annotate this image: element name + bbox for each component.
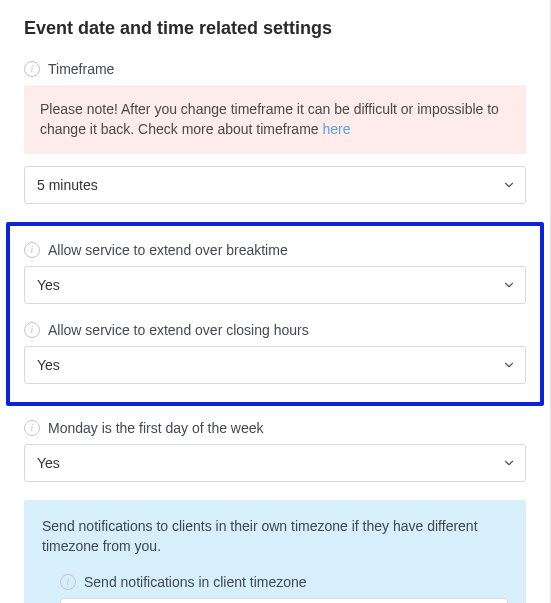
info-icon[interactable]: i — [24, 242, 40, 258]
extend-breaktime-value: Yes — [37, 277, 60, 293]
extend-breaktime-select[interactable]: Yes — [24, 266, 526, 304]
extend-closing-label-row: i Allow service to extend over closing h… — [24, 322, 526, 338]
extend-closing-select[interactable]: Yes — [24, 346, 526, 384]
monday-first-label-row: i Monday is the first day of the week — [24, 420, 526, 436]
client-timezone-label: Send notifications in client timezone — [84, 574, 307, 590]
client-timezone-label-row: i Send notifications in client timezone — [60, 574, 508, 590]
timeframe-select[interactable]: 5 minutes — [24, 166, 526, 204]
timeframe-label: Timeframe — [48, 61, 114, 77]
client-timezone-notice: Send notifications to clients in their o… — [24, 500, 526, 603]
extend-closing-label: Allow service to extend over closing hou… — [48, 322, 309, 338]
info-icon[interactable]: i — [24, 61, 40, 77]
info-icon[interactable]: i — [24, 322, 40, 338]
client-timezone-description: Send notifications to clients in their o… — [42, 516, 508, 557]
highlighted-settings: i Allow service to extend over breaktime… — [6, 222, 544, 406]
monday-first-label: Monday is the first day of the week — [48, 420, 264, 436]
timeframe-warning: Please note! After you change timeframe … — [24, 85, 526, 154]
extend-breaktime-label-row: i Allow service to extend over breaktime — [24, 242, 526, 258]
monday-first-value: Yes — [37, 455, 60, 471]
timeframe-warning-text: Please note! After you change timeframe … — [40, 101, 499, 137]
extend-breaktime-label: Allow service to extend over breaktime — [48, 242, 288, 258]
timeframe-value: 5 minutes — [37, 177, 98, 193]
section-title: Event date and time related settings — [24, 18, 526, 39]
settings-panel: Event date and time related settings i T… — [0, 0, 551, 603]
extend-closing-value: Yes — [37, 357, 60, 373]
info-icon[interactable]: i — [24, 420, 40, 436]
timeframe-label-row: i Timeframe — [24, 61, 526, 77]
monday-first-select[interactable]: Yes — [24, 444, 526, 482]
timeframe-warning-link[interactable]: here — [322, 121, 350, 137]
info-icon[interactable]: i — [60, 574, 76, 590]
client-timezone-select[interactable]: Yes — [60, 598, 508, 603]
